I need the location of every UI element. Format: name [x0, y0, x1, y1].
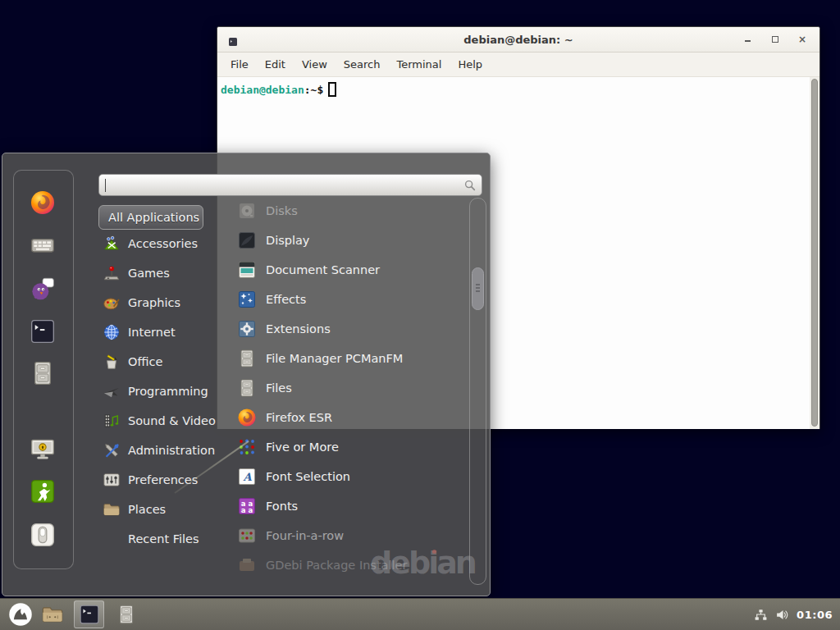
- logout-icon: [30, 478, 56, 504]
- app-label: Fonts: [266, 500, 298, 513]
- display-icon: [237, 231, 257, 250]
- category-item-games[interactable]: Games: [98, 258, 230, 288]
- close-button[interactable]: ×: [798, 35, 806, 43]
- terminal-titlebar[interactable]: debian@debian: ~ ×: [217, 27, 819, 52]
- taskbar-clock: 01:06: [797, 609, 833, 621]
- app-item-file-manager-pcmanfm[interactable]: File Manager PCManFM: [237, 344, 467, 373]
- favorites-panel: [13, 170, 74, 569]
- app-label: Disks: [266, 204, 298, 217]
- file-cabinet-icon: [30, 360, 56, 386]
- all-applications-button[interactable]: All Applications: [98, 205, 203, 230]
- app-item-gdebi-package-installer[interactable]: GDebi Package Installer: [237, 550, 467, 580]
- terminal-prompt: debian@debian:~$: [221, 84, 336, 96]
- category-label: Recent Files: [128, 532, 199, 546]
- taskbar-launcher-terminal[interactable]: [74, 600, 104, 628]
- category-item-office[interactable]: Office: [98, 347, 230, 377]
- category-item-sound-video[interactable]: Sound & Video: [98, 406, 230, 436]
- app-item-files[interactable]: Files: [237, 373, 467, 403]
- system-tray: 01:06: [754, 608, 840, 622]
- places-icon: [103, 500, 121, 518]
- application-menu: debian All Applications AccessoriesGames…: [2, 153, 491, 596]
- minimize-button[interactable]: [744, 35, 752, 43]
- fonts-icon: a aa a: [237, 496, 257, 516]
- taskbar-launcher-files[interactable]: [112, 600, 140, 628]
- text-caret: [105, 179, 106, 192]
- category-item-recent-files[interactable]: Recent Files: [98, 524, 230, 554]
- category-item-programming[interactable]: Programming: [98, 377, 230, 406]
- favorite-pidgin-button[interactable]: [30, 276, 56, 302]
- app-item-five-or-more[interactable]: Five or More: [237, 432, 467, 462]
- category-item-graphics[interactable]: Graphics: [98, 288, 230, 317]
- terminal-scrollbar-thumb[interactable]: [811, 79, 818, 427]
- category-item-administration[interactable]: Administration: [98, 436, 230, 465]
- menubar-item-search[interactable]: Search: [336, 58, 389, 71]
- firefox-icon: [237, 408, 257, 427]
- app-item-four-in-a-row[interactable]: Four-in-a-row: [237, 521, 467, 550]
- favorite-files-button[interactable]: [30, 360, 56, 386]
- pidgin-icon: [30, 276, 56, 302]
- menubar-item-edit[interactable]: Edit: [257, 58, 294, 71]
- games-icon: [103, 264, 121, 282]
- favorite-firefox-button[interactable]: [30, 189, 56, 216]
- favorite-shutdown-button[interactable]: [30, 522, 56, 548]
- accessories-icon: [103, 235, 121, 253]
- volume-icon[interactable]: [775, 608, 789, 622]
- taskbar-launcher-file-manager[interactable]: [39, 600, 66, 628]
- menu-scrollbar[interactable]: [469, 198, 486, 585]
- favorite-lock-screen-button[interactable]: [30, 436, 56, 462]
- app-label: GDebi Package Installer: [266, 559, 407, 572]
- taskbar-launcher-menu[interactable]: [7, 600, 34, 628]
- prompt-user-host: debian@debian: [221, 84, 304, 96]
- app-item-font-selection[interactable]: AFont Selection: [237, 462, 467, 491]
- preferences-icon: [103, 471, 121, 489]
- sound-video-icon: [103, 412, 121, 430]
- app-label: Firefox ESR: [266, 411, 332, 424]
- menubar-item-file[interactable]: File: [222, 58, 257, 71]
- app-item-firefox-esr[interactable]: Firefox ESR: [237, 403, 467, 432]
- extensions-icon: [237, 319, 257, 339]
- app-item-disks[interactable]: Disks: [237, 196, 467, 226]
- terminal-title: debian@debian: ~: [463, 34, 573, 46]
- search-icon: [463, 179, 477, 192]
- graphics-icon: [103, 294, 121, 312]
- category-label: Accessories: [128, 237, 198, 250]
- svg-text:A: A: [242, 471, 252, 483]
- menubar-item-help[interactable]: Help: [450, 58, 491, 71]
- app-label: Five or More: [266, 441, 339, 454]
- category-label: Internet: [128, 326, 176, 339]
- category-item-preferences[interactable]: Preferences: [98, 465, 230, 495]
- file-cabinet-icon: [237, 349, 257, 368]
- app-item-effects[interactable]: Effects: [237, 285, 467, 314]
- category-item-accessories[interactable]: Accessories: [98, 229, 230, 258]
- network-icon[interactable]: [754, 608, 768, 622]
- menubar-item-terminal[interactable]: Terminal: [388, 58, 450, 71]
- favorite-terminal-button[interactable]: [30, 318, 56, 345]
- app-item-document-scanner[interactable]: Document Scanner: [237, 255, 467, 285]
- svg-text:a a: a a: [241, 506, 253, 514]
- terminal-icon: [30, 318, 56, 345]
- menubar-item-view[interactable]: View: [294, 58, 336, 71]
- favorite-keyboard-button[interactable]: [30, 232, 56, 258]
- shutdown-icon: [30, 522, 56, 548]
- category-item-places[interactable]: Places: [98, 495, 230, 524]
- application-list: DisksDisplayDocument ScannerEffectsExten…: [237, 196, 467, 580]
- app-item-extensions[interactable]: Extensions: [237, 314, 467, 344]
- category-label: Administration: [128, 444, 215, 457]
- category-item-internet[interactable]: Internet: [98, 317, 230, 347]
- terminal-scrollbar[interactable]: [810, 77, 819, 429]
- terminal-menubar: FileEditViewSearchTerminalHelp: [217, 52, 819, 77]
- office-icon: [103, 353, 121, 371]
- favorite-logout-button[interactable]: [30, 478, 56, 504]
- app-item-display[interactable]: Display: [237, 226, 467, 255]
- app-label: Effects: [266, 293, 306, 306]
- category-label: Sound & Video: [128, 414, 216, 427]
- all-applications-label: All Applications: [108, 211, 199, 224]
- maximize-button[interactable]: [771, 35, 779, 43]
- app-item-fonts[interactable]: a aa aFonts: [237, 491, 467, 521]
- search-input[interactable]: [98, 174, 482, 196]
- menu-scrollbar-thumb[interactable]: [472, 267, 484, 310]
- administration-icon: [103, 441, 121, 459]
- lock-screen-icon: [30, 436, 56, 462]
- app-label: File Manager PCManFM: [266, 352, 403, 365]
- category-label: Office: [128, 355, 162, 368]
